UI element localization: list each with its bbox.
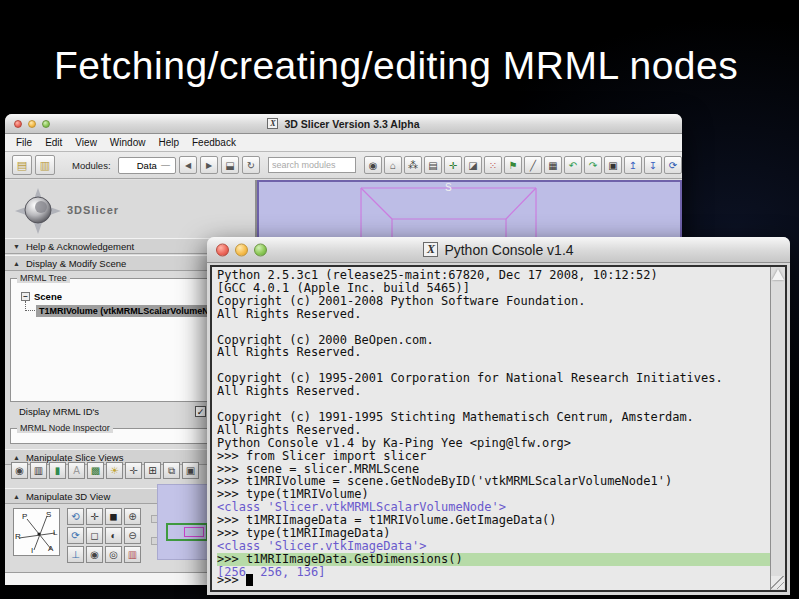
slicer-window-title: X 3D Slicer Version 3.3 Alpha xyxy=(267,118,419,130)
console-line: [GCC 4.0.1 (Apple Inc. build 5465)] xyxy=(217,282,770,295)
measurements-button[interactable]: ╱ xyxy=(524,156,542,174)
find-module-button[interactable]: ◉ xyxy=(364,156,382,174)
slice-background-button[interactable]: ▥ xyxy=(30,462,47,479)
dropdown-indicator-icon: — xyxy=(161,160,170,170)
menu-item[interactable]: File xyxy=(16,137,32,148)
console-line xyxy=(217,321,770,334)
console-text-area[interactable]: Python 2.5.3c1 (release25-maint:67820, D… xyxy=(210,265,787,592)
colors-button[interactable]: ▦ xyxy=(544,156,562,174)
home-module-button[interactable]: ⌂ xyxy=(384,156,402,174)
scroll-up-icon[interactable] xyxy=(772,269,784,280)
fiducials-button[interactable]: ⁙ xyxy=(484,156,502,174)
slice-visibility-button[interactable]: ◉ xyxy=(11,462,28,479)
console-line: Copyright (c) 2001-2008 Python Software … xyxy=(217,295,770,308)
load-scene-button[interactable]: ▤ xyxy=(12,155,32,175)
spin-view-button[interactable]: ⟲ xyxy=(67,508,84,525)
console-prompt-line[interactable]: >>> xyxy=(212,574,770,587)
minimize-button[interactable] xyxy=(235,243,248,256)
center-view-button[interactable]: ✛ xyxy=(86,508,103,525)
menu-item[interactable]: Feedback xyxy=(192,137,236,148)
slicer-window-controls xyxy=(14,120,50,128)
console-line: Copyright (c) 2000 BeOpen.com. xyxy=(217,334,770,347)
console-line: All Rights Reserved. xyxy=(217,424,770,437)
collapse-icon: ▲ xyxy=(13,493,20,500)
modules-label: Modules: xyxy=(72,160,111,171)
undo-button[interactable]: ↶ xyxy=(564,156,582,174)
resize-grip[interactable] xyxy=(771,576,784,589)
slice-annotation-button[interactable]: A xyxy=(68,462,85,479)
orthographic-button[interactable]: ◻ xyxy=(86,527,103,544)
slice-view-toolbar: ◉▥▮A▩☀✛⊞⧉▣ xyxy=(11,462,199,479)
rotate-view-button[interactable]: ⟳ xyxy=(67,527,84,544)
menu-item[interactable]: Help xyxy=(158,137,179,148)
slice-compositing-button[interactable]: ▩ xyxy=(87,462,104,479)
collapse-icon: ▲ xyxy=(13,454,20,461)
slice-layout-button[interactable]: ⧉ xyxy=(163,462,180,479)
axis-label-i: I xyxy=(31,546,33,555)
console-line: >>> t1MRIVolume = scene.GetNodeByID('vtk… xyxy=(217,475,770,488)
minimize-button[interactable] xyxy=(28,120,36,128)
console-titlebar[interactable]: X Python Console v1.4 xyxy=(207,237,790,263)
sync-view-button[interactable]: ⟳ xyxy=(664,156,682,174)
menu-item[interactable]: Window xyxy=(110,137,146,148)
zoom-out-button[interactable]: ⊖ xyxy=(124,527,141,544)
console-line: >>> type(t1MRIImageData) xyxy=(217,527,770,540)
orientation-compass[interactable]: PSLRIA xyxy=(13,508,60,556)
axis-label-p: P xyxy=(22,512,27,521)
slicer-toolbar: ▤▥ Modules: Data — ◀ ▶ ⬓ ↻ ◉⌂⁂▤✛◪⁙⚑╱▦↶↷▣… xyxy=(5,152,682,179)
look-from-button[interactable]: ◐ xyxy=(105,527,122,544)
menu-item[interactable]: View xyxy=(75,137,97,148)
view3d-visibility-button[interactable]: ◉ xyxy=(86,546,103,563)
display-mrml-ids-checkbox[interactable]: ✓ xyxy=(195,406,206,417)
logo-row: 3DSlicer xyxy=(5,180,255,238)
search-modules-input[interactable] xyxy=(268,157,356,173)
close-button[interactable] xyxy=(216,243,229,256)
save-scene-button[interactable]: ▥ xyxy=(35,155,55,175)
console-line: >>> type(t1MRIVolume) xyxy=(217,488,770,501)
stereo-button[interactable]: ◼ xyxy=(105,508,122,525)
zoom-button[interactable] xyxy=(254,243,267,256)
prev-module-button[interactable]: ◀ xyxy=(179,156,197,174)
pin-down-button[interactable]: ↧ xyxy=(644,156,662,174)
menu-item[interactable]: Edit xyxy=(45,137,62,148)
display-mrml-ids-row: Display MRML ID's ✓ xyxy=(19,406,239,417)
zoom-in-button[interactable]: ⊕ xyxy=(124,508,141,525)
slicer-titlebar[interactable]: X 3D Slicer Version 3.3 Alpha xyxy=(5,114,682,134)
console-scrollbar[interactable] xyxy=(770,267,785,590)
reload-module-button[interactable]: ↻ xyxy=(242,156,260,174)
axes-visibility-button[interactable]: ⊥ xyxy=(67,546,84,563)
tree-node-t1mrivolume[interactable]: T1MRIVolume (vtkMRMLScalarVolumeNode xyxy=(36,305,228,317)
pin-up-button[interactable]: ↥ xyxy=(624,156,642,174)
slice-screenshot-button[interactable]: ▣ xyxy=(182,462,199,479)
display-mrml-ids-label: Display MRML ID's xyxy=(19,406,99,417)
next-module-button[interactable]: ▶ xyxy=(200,156,218,174)
slicer-logo xyxy=(15,188,61,234)
redo-button[interactable]: ↷ xyxy=(584,156,602,174)
save-snapshot-button[interactable]: ▣ xyxy=(604,156,622,174)
mrml-node-inspector-legend: MRML Node Inspector xyxy=(17,423,113,433)
data-layers-button[interactable]: ▤ xyxy=(424,156,442,174)
slice-lightbox-button[interactable]: ☀ xyxy=(106,462,123,479)
zoom-button[interactable] xyxy=(42,120,50,128)
axis-label-a: A xyxy=(48,544,53,553)
expander-icon[interactable]: − xyxy=(21,292,30,301)
close-button[interactable] xyxy=(14,120,22,128)
volumes-button[interactable]: ✛ xyxy=(444,156,462,174)
feedback-flag-button[interactable]: ⚑ xyxy=(504,156,522,174)
slice-fit-window-button[interactable]: ⊞ xyxy=(144,462,161,479)
slice-label-button[interactable]: ▮ xyxy=(49,462,66,479)
console-line: Python Console v1.4 by Ka-Ping Yee <ping… xyxy=(217,437,770,450)
slice-crosshair-button[interactable]: ✛ xyxy=(125,462,142,479)
console-line: All Rights Reserved. xyxy=(217,385,770,398)
console-line: <class 'Slicer.vtkImageData'> xyxy=(217,540,770,553)
modules-tree-button[interactable]: ⁂ xyxy=(404,156,422,174)
viewport-axis-label: S xyxy=(445,182,452,193)
modules-dropdown[interactable]: Data — xyxy=(118,157,176,174)
select-camera-button[interactable]: ◎ xyxy=(105,546,122,563)
layout-button[interactable]: ⬓ xyxy=(221,156,239,174)
models-button[interactable]: ◪ xyxy=(464,156,482,174)
axis-label-s: S xyxy=(46,510,51,519)
slicer-logo-text: 3DSlicer xyxy=(67,204,119,216)
collapse-icon: ▲ xyxy=(13,260,20,267)
view3d-screenshot-button[interactable]: ▥ xyxy=(124,546,141,563)
